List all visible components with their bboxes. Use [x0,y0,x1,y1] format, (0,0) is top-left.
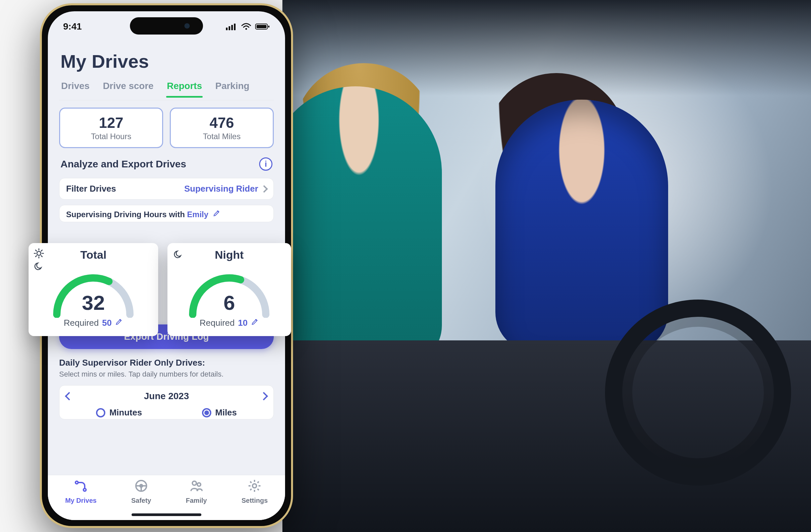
daily-title: Daily Supervisor Rider Only Drives: [59,358,274,368]
tab-settings-label: Settings [242,497,268,504]
gauge-total-title: Total [34,248,152,261]
gauge-card-night: Night 6 Required 10 [167,243,291,336]
family-icon [189,479,204,495]
svg-point-12 [193,481,196,485]
svg-rect-0 [226,28,228,30]
tab-settings[interactable]: Settings [242,479,268,504]
page-title: My Drives [60,50,273,72]
svg-point-11 [140,485,142,487]
month-next-button[interactable] [259,392,268,400]
tab-safety-label: Safety [131,497,151,504]
svg-rect-3 [234,24,235,30]
gauge-night-title: Night [173,248,285,261]
gauge-night-value: 6 [186,291,273,314]
summary-total-hours-value: 127 [63,114,159,131]
edit-required-night[interactable] [251,318,259,328]
segment-minutes-label: Minutes [109,407,142,418]
gauge-total-required: 50 [102,318,112,328]
gauge-total-value: 32 [50,291,137,314]
segment-miles[interactable]: Miles [202,407,237,418]
gauge-night-required-label: Required [200,318,235,328]
moon-icon [173,249,184,262]
gauge-total-required-label: Required [64,318,99,328]
svg-rect-1 [229,26,230,30]
month-card: June 2023 Minutes Miles [59,385,274,419]
summary-total-miles-value: 476 [174,114,270,131]
chevron-right-icon [260,185,268,193]
route-icon [73,479,88,495]
tab-parking[interactable]: Parking [215,77,250,97]
month-prev-button[interactable] [65,392,73,400]
supervising-prefix: Supervising Driving Hours with [66,210,187,219]
svg-point-15 [37,251,41,255]
wifi-icon [241,23,251,30]
tab-my-drives-label: My Drives [65,497,97,504]
summary-total-miles[interactable]: 476 Total Miles [170,108,274,148]
tab-drives[interactable]: Drives [60,77,90,97]
edit-required-total[interactable] [115,318,123,328]
tab-family-label: Family [186,497,206,504]
status-time: 9:41 [63,21,82,32]
gauge-card-total: Total 32 Required 50 [29,243,158,336]
bottom-tab-bar: My Drives Safety Family [48,475,285,520]
svg-point-14 [253,484,257,488]
filter-value: Supervising Rider [184,184,259,194]
radio-unfilled-icon [96,408,105,418]
gauge-night-required: 10 [238,318,247,328]
home-indicator [132,513,201,516]
svg-rect-2 [231,25,233,30]
tab-safety[interactable]: Safety [131,479,151,504]
svg-point-13 [197,483,201,486]
supervising-name: Emily [187,210,208,219]
svg-rect-6 [257,25,266,28]
supervising-hours-row[interactable]: Supervising Driving Hours with Emily [59,205,274,222]
summary-total-miles-label: Total Miles [174,132,270,141]
summary-total-hours-label: Total Hours [63,132,159,141]
daily-subtitle: Select mins or miles. Tap daily numbers … [59,370,274,379]
gear-icon [247,479,262,495]
info-icon: i [265,159,267,169]
top-tabs: Drives Drive score Reports Parking [59,77,274,100]
tab-my-drives[interactable]: My Drives [65,479,97,504]
segment-minutes[interactable]: Minutes [96,407,142,418]
battery-icon [255,23,270,30]
svg-point-4 [245,28,247,30]
gauge-total: 32 [50,271,137,318]
radio-filled-icon [202,408,211,418]
summary-total-hours[interactable]: 127 Total Hours [59,108,163,148]
tab-reports[interactable]: Reports [166,77,203,97]
edit-icon[interactable] [213,210,220,219]
month-label: June 2023 [144,391,189,402]
analyze-heading: Analyze and Export Drives [60,158,186,170]
cellular-icon [226,23,237,30]
segment-miles-label: Miles [215,407,237,418]
filter-drives-row[interactable]: Filter Drives Supervising Rider [59,178,274,200]
steering-wheel-icon [134,479,149,495]
gauge-night: 6 [186,271,273,318]
tab-score[interactable]: Drive score [102,77,154,97]
background-photo [282,0,811,532]
analyze-info-button[interactable]: i [259,157,273,171]
tab-family[interactable]: Family [186,479,206,504]
svg-rect-7 [268,26,270,28]
dynamic-island [130,17,203,34]
filter-label: Filter Drives [66,184,116,194]
